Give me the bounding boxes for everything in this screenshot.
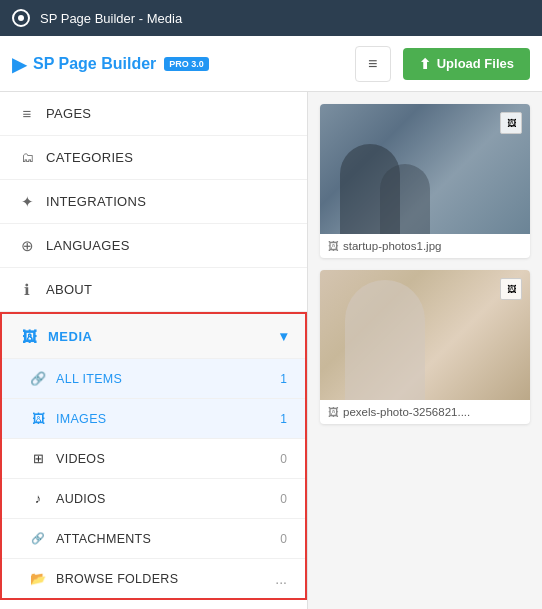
upload-button-label: Upload Files <box>437 56 514 71</box>
attachments-count: 0 <box>280 532 287 546</box>
images-count: 1 <box>280 412 287 426</box>
media-label-2: 🖼 pexels-photo-3256821.... <box>320 400 530 424</box>
all-items-count: 1 <box>280 372 287 386</box>
audios-label: AUDIOS <box>56 492 270 506</box>
sidebar-item-languages[interactable]: ⊕ LANGUAGES <box>0 224 307 268</box>
media-header-icon: 🖼 <box>20 328 38 345</box>
media-sub-item-attachments[interactable]: 🔗 ATTACHMENTS 0 <box>2 518 305 558</box>
attachments-label: ATTACHMENTS <box>56 532 270 546</box>
images-icon: 🖼 <box>30 411 46 426</box>
sidebar-item-about-label: ABOUT <box>46 282 289 297</box>
pages-icon: ≡ <box>18 105 36 122</box>
videos-count: 0 <box>280 452 287 466</box>
brand-icon: ▶ <box>12 52 27 76</box>
thumbnail-badge-2: 🖼 <box>500 278 522 300</box>
media-sub-item-images[interactable]: 🖼 IMAGES 1 <box>2 398 305 438</box>
media-section: 🖼 MEDIA ▾ 🔗 ALL ITEMS 1 🖼 IMAGES 1 ⊞ VID… <box>0 312 307 600</box>
sidebar-item-pages[interactable]: ≡ PAGES <box>0 92 307 136</box>
browse-folders-icon: 📂 <box>30 571 46 586</box>
media-header[interactable]: 🖼 MEDIA ▾ <box>2 314 305 358</box>
images-label: IMAGES <box>56 412 270 426</box>
audios-icon: ♪ <box>30 491 46 506</box>
media-header-label: MEDIA <box>48 329 270 344</box>
media-sub-item-browse-folders[interactable]: 📂 BROWSE FOLDERS ... <box>2 558 305 598</box>
brand-name: SP Page Builder <box>33 55 156 73</box>
thumbnail-badge-1: 🖼 <box>500 112 522 134</box>
videos-icon: ⊞ <box>30 451 46 466</box>
languages-icon: ⊕ <box>18 237 36 255</box>
brand-pro-badge: PRO 3.0 <box>164 57 209 71</box>
hamburger-icon: ≡ <box>368 55 377 73</box>
upload-icon: ⬆ <box>419 56 431 72</box>
all-items-label: ALL ITEMS <box>56 372 270 386</box>
sidebar-item-categories-label: CATEGORIES <box>46 150 289 165</box>
about-icon: ℹ <box>18 281 36 299</box>
main-layout: ≡ PAGES 🗂 CATEGORIES ✦ INTEGRATIONS ⊕ LA… <box>0 92 542 609</box>
media-filename-1: startup-photos1.jpg <box>343 240 441 252</box>
browse-folders-dots: ... <box>275 571 287 587</box>
badge-icon-2: 🖼 <box>507 284 516 294</box>
media-chevron-icon: ▾ <box>280 328 287 344</box>
browse-folders-label: BROWSE FOLDERS <box>56 572 265 586</box>
media-label-1: 🖼 startup-photos1.jpg <box>320 234 530 258</box>
title-bar: SP Page Builder - Media <box>0 0 542 36</box>
top-nav: ▶ SP Page Builder PRO 3.0 ≡ ⬆ Upload Fil… <box>0 36 542 92</box>
media-filename-2: pexels-photo-3256821.... <box>343 406 470 418</box>
media-sub-item-videos[interactable]: ⊞ VIDEOS 0 <box>2 438 305 478</box>
sidebar-item-about[interactable]: ℹ ABOUT <box>0 268 307 312</box>
brand-logo: ▶ SP Page Builder PRO 3.0 <box>12 52 343 76</box>
app-icon <box>12 9 30 27</box>
content-area: 🖼 🖼 startup-photos1.jpg 🖼 🖼 pexels-photo… <box>308 92 542 609</box>
audios-count: 0 <box>280 492 287 506</box>
sidebar-item-integrations[interactable]: ✦ INTEGRATIONS <box>0 180 307 224</box>
media-card-2[interactable]: 🖼 🖼 pexels-photo-3256821.... <box>320 270 530 424</box>
sidebar-item-integrations-label: INTEGRATIONS <box>46 194 289 209</box>
sidebar-item-pages-label: PAGES <box>46 106 289 121</box>
media-thumbnail-2: 🖼 <box>320 270 530 400</box>
title-bar-text: SP Page Builder - Media <box>40 11 182 26</box>
sidebar-item-categories[interactable]: 🗂 CATEGORIES <box>0 136 307 180</box>
sidebar-item-languages-label: LANGUAGES <box>46 238 289 253</box>
integrations-icon: ✦ <box>18 193 36 211</box>
media-sub-item-all-items[interactable]: 🔗 ALL ITEMS 1 <box>2 358 305 398</box>
sidebar: ≡ PAGES 🗂 CATEGORIES ✦ INTEGRATIONS ⊕ LA… <box>0 92 308 609</box>
attachments-icon: 🔗 <box>30 532 46 545</box>
hamburger-button[interactable]: ≡ <box>355 46 391 82</box>
videos-label: VIDEOS <box>56 452 270 466</box>
media-thumbnail-1: 🖼 <box>320 104 530 234</box>
media-file-icon-1: 🖼 <box>328 240 339 252</box>
media-sub-item-audios[interactable]: ♪ AUDIOS 0 <box>2 478 305 518</box>
all-items-icon: 🔗 <box>30 371 46 386</box>
media-card-1[interactable]: 🖼 🖼 startup-photos1.jpg <box>320 104 530 258</box>
upload-files-button[interactable]: ⬆ Upload Files <box>403 48 530 80</box>
media-file-icon-2: 🖼 <box>328 406 339 418</box>
badge-icon-1: 🖼 <box>507 118 516 128</box>
categories-icon: 🗂 <box>18 150 36 165</box>
